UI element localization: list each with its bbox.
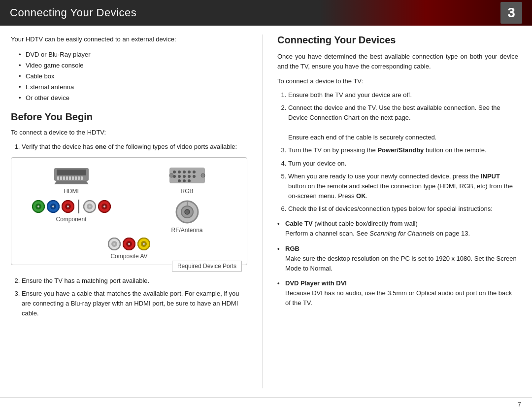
steps-list-2: Ensure the TV has a matching port availa… bbox=[11, 276, 247, 319]
page-header: Connecting Your Devices 3 bbox=[0, 0, 532, 26]
svg-point-39 bbox=[89, 206, 91, 207]
svg-rect-6 bbox=[69, 176, 71, 180]
list-item: Cable box bbox=[19, 71, 247, 82]
step-3: Ensure you have a cable that matches the… bbox=[22, 289, 247, 318]
composite-item: Composite AV bbox=[108, 238, 150, 260]
step-2: Ensure the TV has a matching port availa… bbox=[22, 276, 247, 286]
svg-point-15 bbox=[183, 171, 186, 173]
left-column: Your HDTV can be easily connected to an … bbox=[11, 34, 247, 388]
right-intro: Once you have determined the best availa… bbox=[277, 52, 518, 71]
svg-point-45 bbox=[185, 209, 190, 214]
device-ports-wrapper: HDMI bbox=[11, 157, 247, 265]
steps-list: Verify that the device has one of the fo… bbox=[11, 142, 247, 152]
device-list: DVD or Blu-Ray player Video game console… bbox=[19, 49, 247, 103]
right-heading: Connecting Your Devices bbox=[277, 34, 518, 46]
right-steps-list: Ensure both the TV and your device are o… bbox=[277, 90, 518, 214]
footer-page-number: 7 bbox=[518, 401, 521, 408]
composite-yellow-icon bbox=[137, 238, 150, 250]
svg-rect-2 bbox=[57, 176, 59, 180]
composite-label: Composite AV bbox=[110, 253, 147, 260]
list-item: Video game console bbox=[19, 60, 247, 71]
component-red-icon bbox=[62, 200, 74, 213]
composite-row: Composite AV bbox=[18, 238, 240, 260]
svg-point-33 bbox=[52, 206, 54, 207]
rgb-item: RGB bbox=[134, 166, 240, 195]
component-connectors bbox=[32, 200, 111, 213]
composite-red-icon bbox=[123, 238, 135, 250]
svg-point-26 bbox=[169, 173, 173, 177]
svg-point-14 bbox=[178, 171, 181, 173]
svg-point-24 bbox=[183, 179, 186, 182]
svg-rect-9 bbox=[78, 176, 80, 180]
component-item: Component bbox=[18, 200, 124, 234]
component-red2-icon bbox=[98, 200, 111, 213]
special-items-list: Cable TV (without cable box/directly fro… bbox=[277, 219, 518, 308]
svg-point-27 bbox=[201, 173, 205, 177]
svg-point-21 bbox=[188, 175, 191, 178]
svg-point-16 bbox=[188, 171, 191, 173]
composite-white-icon bbox=[108, 238, 121, 250]
right-step-4: Turn your device on. bbox=[288, 159, 518, 169]
rgb-icon bbox=[167, 166, 207, 185]
right-step-6: Check the list of devices/connection typ… bbox=[288, 204, 518, 214]
svg-rect-5 bbox=[66, 176, 68, 180]
component-green-icon bbox=[32, 200, 45, 213]
component-label: Component bbox=[56, 216, 86, 223]
right-step-3: Turn the TV on by pressing the Power/Sta… bbox=[288, 145, 518, 155]
list-item: Or other device bbox=[19, 93, 247, 103]
step-intro: To connect a device to the HDTV: bbox=[11, 128, 247, 137]
svg-rect-7 bbox=[72, 176, 74, 180]
svg-point-13 bbox=[173, 171, 176, 173]
svg-marker-11 bbox=[54, 181, 89, 184]
svg-point-36 bbox=[67, 206, 69, 207]
page-number-badge: 3 bbox=[500, 2, 522, 24]
list-item: External antenna bbox=[19, 82, 247, 93]
svg-point-49 bbox=[113, 243, 115, 245]
component-white-icon bbox=[83, 200, 96, 213]
before-you-begin-heading: Before You Begin bbox=[11, 111, 247, 123]
svg-point-17 bbox=[193, 171, 196, 173]
svg-point-23 bbox=[178, 179, 181, 182]
main-content: Your HDTV can be easily connected to an … bbox=[0, 26, 532, 397]
right-step-2: Connect the device and the TV. Use the b… bbox=[288, 103, 518, 143]
hdmi-item: HDMI bbox=[18, 166, 124, 195]
hdmi-icon bbox=[52, 166, 91, 185]
device-grid: HDMI bbox=[18, 166, 240, 234]
right-column: Connecting Your Devices Once you have de… bbox=[262, 34, 518, 388]
rf-label: RF/Antenna bbox=[171, 227, 202, 234]
right-step-intro: To connect a device to the TV: bbox=[277, 76, 518, 86]
header-title: Connecting Your Devices bbox=[10, 6, 136, 19]
step-1: Verify that the device has one of the fo… bbox=[22, 142, 247, 152]
connector-divider bbox=[78, 200, 79, 213]
right-step-1: Ensure both the TV and your device are o… bbox=[288, 90, 518, 100]
svg-rect-3 bbox=[60, 176, 62, 180]
right-step-5: When you are ready to use your newly con… bbox=[288, 171, 518, 201]
hdmi-label: HDMI bbox=[64, 188, 79, 195]
intro-text: Your HDTV can be easily connected to an … bbox=[11, 34, 247, 44]
caption-text: Required Device Ports bbox=[177, 263, 236, 270]
svg-point-30 bbox=[37, 206, 39, 207]
svg-rect-1 bbox=[57, 170, 86, 175]
rgb-label: RGB bbox=[180, 188, 193, 195]
svg-rect-8 bbox=[75, 176, 77, 180]
svg-point-20 bbox=[183, 175, 186, 178]
svg-point-22 bbox=[193, 175, 196, 178]
special-item-rgb: RGB Make sure the desktop resolution on … bbox=[277, 244, 518, 274]
special-item-dvd: DVD Player with DVI Because DVI has no a… bbox=[277, 278, 518, 308]
component-blue-icon bbox=[47, 200, 60, 213]
rf-icon bbox=[175, 200, 200, 224]
svg-point-42 bbox=[103, 206, 105, 207]
rf-item: RF/Antenna bbox=[134, 200, 240, 234]
special-item-cabletv: Cable TV (without cable box/directly fro… bbox=[277, 219, 518, 239]
svg-rect-10 bbox=[81, 176, 83, 180]
page-footer: 7 bbox=[0, 397, 532, 411]
list-item: DVD or Blu-Ray player bbox=[19, 49, 247, 60]
svg-point-19 bbox=[178, 175, 181, 178]
composite-connectors bbox=[108, 238, 150, 250]
svg-point-25 bbox=[188, 179, 191, 182]
caption-box: Required Device Ports bbox=[172, 261, 242, 272]
svg-point-55 bbox=[143, 243, 145, 245]
svg-rect-4 bbox=[63, 176, 65, 180]
device-ports-box: HDMI bbox=[11, 157, 247, 265]
svg-point-52 bbox=[128, 243, 130, 245]
